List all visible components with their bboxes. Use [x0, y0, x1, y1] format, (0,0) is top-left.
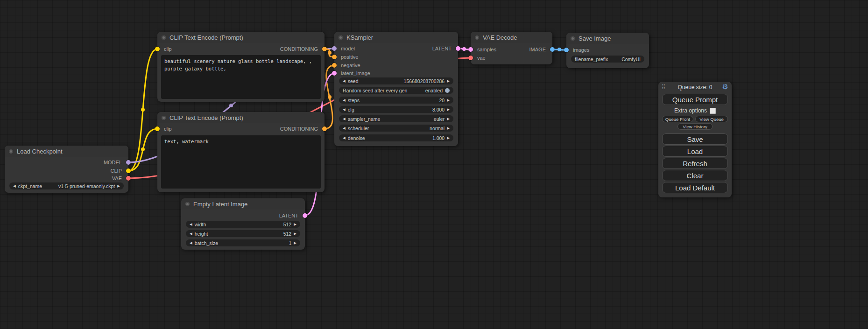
- widget-value: 1: [289, 240, 291, 246]
- positive-input-port[interactable]: [332, 55, 337, 59]
- input-label-clip: clip: [164, 46, 172, 52]
- prev-value-arrow-icon[interactable]: ◀: [190, 232, 192, 236]
- collapse-dot-icon[interactable]: [162, 116, 166, 120]
- widget-value: 512: [283, 231, 292, 237]
- node-ksampler[interactable]: KSampler model positive negative latent_…: [334, 32, 458, 146]
- extra-options-checkbox[interactable]: [710, 108, 716, 114]
- next-value-arrow-icon[interactable]: ▶: [294, 223, 296, 226]
- next-value-arrow-icon[interactable]: ▶: [447, 79, 450, 83]
- view-queue-button[interactable]: View Queue: [695, 116, 728, 122]
- link-midpoint-dot: [462, 47, 466, 51]
- random-seed-toggle-widget[interactable]: Random seed after every gen enabled: [339, 87, 453, 94]
- image-output-port[interactable]: [550, 47, 555, 52]
- view-history-button[interactable]: View History: [677, 123, 713, 130]
- refresh-button[interactable]: Refresh: [662, 158, 728, 169]
- collapse-dot-icon[interactable]: [162, 35, 166, 40]
- images-input-port[interactable]: [564, 48, 569, 52]
- widget-value: enabled: [425, 88, 443, 93]
- toggle-knob-icon[interactable]: [445, 88, 450, 93]
- latent-image-input-port[interactable]: [332, 71, 337, 76]
- height-widget[interactable]: ◀ height 512 ▶: [186, 230, 300, 237]
- widget-label: height: [195, 231, 208, 237]
- node-title-bar[interactable]: Empty Latent Image: [181, 198, 305, 210]
- samples-input-port[interactable]: [468, 47, 473, 52]
- queue-prompt-button[interactable]: Queue Prompt: [662, 94, 728, 105]
- node-vae-decode[interactable]: VAE Decode samples vae IMAGE: [471, 32, 552, 64]
- ckpt-name-widget[interactable]: ◀ ckpt_name v1-5-pruned-emaonly.ckpt ▶: [9, 182, 124, 189]
- node-save-image[interactable]: Save Image images filename_prefix ComfyU…: [566, 33, 649, 68]
- prev-value-arrow-icon[interactable]: ◀: [343, 126, 346, 130]
- scheduler-widget[interactable]: ◀ scheduler normal ▶: [339, 125, 453, 132]
- collapse-dot-icon[interactable]: [571, 36, 575, 41]
- output-label-latent: LATENT: [279, 212, 298, 219]
- next-value-arrow-icon[interactable]: ▶: [447, 98, 450, 102]
- settings-gear-icon[interactable]: ⚙: [722, 83, 728, 91]
- node-title-bar[interactable]: Load Checkpoint: [5, 146, 128, 157]
- sampler-name-widget[interactable]: ◀ sampler_name euler ▶: [339, 115, 453, 122]
- latent-output-port[interactable]: [456, 46, 460, 51]
- filename-prefix-widget[interactable]: filename_prefix ComfyUI: [571, 56, 644, 63]
- next-value-arrow-icon[interactable]: ▶: [447, 126, 450, 130]
- queue-menu-panel: ⣿ Queue size: 0 ⚙ Queue Prompt Extra opt…: [658, 82, 732, 197]
- positive-prompt-textarea[interactable]: beautiful scenery nature glass bottle la…: [161, 55, 321, 99]
- prev-value-arrow-icon[interactable]: ◀: [190, 223, 192, 226]
- save-button[interactable]: Save: [662, 133, 728, 145]
- node-title: CLIP Text Encode (Prompt): [169, 34, 243, 41]
- steps-widget[interactable]: ◀ steps 20 ▶: [339, 97, 453, 104]
- node-title-bar[interactable]: CLIP Text Encode (Prompt): [157, 32, 325, 43]
- node-title-bar[interactable]: VAE Decode: [471, 32, 552, 43]
- model-output-port[interactable]: [126, 160, 131, 165]
- conditioning-output-port[interactable]: [322, 47, 327, 51]
- widget-value: 156680208700286: [404, 78, 445, 84]
- conditioning-output-port[interactable]: [322, 126, 327, 131]
- collapse-dot-icon[interactable]: [185, 202, 190, 206]
- widget-label: steps: [348, 98, 360, 103]
- prev-value-arrow-icon[interactable]: ◀: [190, 241, 192, 245]
- prev-value-arrow-icon[interactable]: ◀: [343, 117, 346, 121]
- next-value-arrow-icon[interactable]: ▶: [447, 117, 450, 121]
- next-value-arrow-icon[interactable]: ▶: [294, 241, 296, 245]
- node-title-bar[interactable]: KSampler: [334, 32, 458, 43]
- seed-widget[interactable]: ◀ seed 156680208700286 ▶: [339, 77, 453, 84]
- node-title-bar[interactable]: CLIP Text Encode (Prompt): [157, 112, 325, 123]
- node-empty-latent-image[interactable]: Empty Latent Image LATENT ◀ width 512 ▶ …: [181, 198, 305, 250]
- collapse-dot-icon[interactable]: [475, 35, 479, 40]
- link-midpoint-dot: [557, 48, 561, 51]
- prev-value-arrow-icon[interactable]: ◀: [343, 79, 346, 83]
- clear-button[interactable]: Clear: [662, 170, 728, 181]
- widget-label: denoise: [348, 135, 365, 141]
- queue-front-button[interactable]: Queue Front: [662, 116, 693, 122]
- cfg-widget[interactable]: ◀ cfg 8.000 ▶: [339, 106, 453, 113]
- node-load-checkpoint[interactable]: Load Checkpoint MODEL CLIP VAE ◀ ckpt_na…: [5, 146, 128, 193]
- next-value-arrow-icon[interactable]: ▶: [294, 232, 296, 236]
- collapse-dot-icon[interactable]: [9, 149, 13, 154]
- prev-value-arrow-icon[interactable]: ◀: [343, 98, 346, 102]
- vae-input-port[interactable]: [468, 56, 473, 60]
- clip-input-port[interactable]: [155, 47, 160, 51]
- batch-size-widget[interactable]: ◀ batch_size 1 ▶: [186, 239, 300, 246]
- load-button[interactable]: Load: [662, 146, 728, 157]
- model-input-port[interactable]: [332, 46, 337, 51]
- node-title: CLIP Text Encode (Prompt): [169, 114, 243, 121]
- clip-input-port[interactable]: [155, 126, 160, 131]
- node-title-bar[interactable]: Save Image: [566, 33, 649, 44]
- node-clip-text-encode-positive[interactable]: CLIP Text Encode (Prompt) clip CONDITION…: [157, 32, 325, 102]
- next-value-arrow-icon[interactable]: ▶: [447, 136, 450, 140]
- latent-output-port[interactable]: [303, 213, 307, 218]
- negative-input-port[interactable]: [332, 63, 337, 68]
- collapse-dot-icon[interactable]: [339, 35, 343, 40]
- prev-value-arrow-icon[interactable]: ◀: [13, 184, 16, 188]
- next-value-arrow-icon[interactable]: ▶: [447, 108, 450, 112]
- widget-label: ckpt_name: [18, 183, 42, 189]
- node-graph-canvas[interactable]: Load Checkpoint MODEL CLIP VAE ◀ ckpt_na…: [0, 0, 868, 329]
- vae-output-port[interactable]: [126, 176, 131, 181]
- clip-output-port[interactable]: [126, 168, 131, 173]
- negative-prompt-textarea[interactable]: text, watermark: [161, 135, 321, 189]
- node-clip-text-encode-negative[interactable]: CLIP Text Encode (Prompt) clip CONDITION…: [157, 112, 325, 192]
- prev-value-arrow-icon[interactable]: ◀: [343, 108, 346, 112]
- load-default-button[interactable]: Load Default: [662, 182, 728, 193]
- next-value-arrow-icon[interactable]: ▶: [117, 184, 120, 188]
- prev-value-arrow-icon[interactable]: ◀: [343, 136, 346, 140]
- denoise-widget[interactable]: ◀ denoise 1.000 ▶: [339, 134, 453, 141]
- width-widget[interactable]: ◀ width 512 ▶: [186, 221, 300, 228]
